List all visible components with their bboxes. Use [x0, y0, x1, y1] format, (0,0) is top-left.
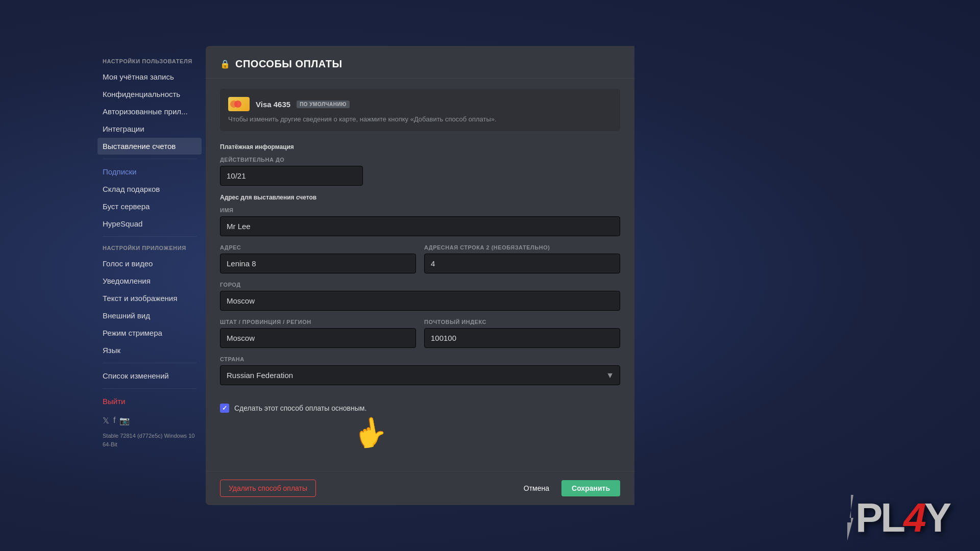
sidebar-social-links: 𝕏 f 📷 [97, 412, 202, 430]
state-field: ШТАТ / ПРОВИНЦИЯ / РЕГИОН [220, 319, 416, 348]
card-note: Чтобы изменить другие сведения о карте, … [228, 115, 612, 123]
user-settings-header: НАСТРОЙКИ ПОЛЬЗОВАТЕЛЯ [97, 54, 202, 66]
payment-card: Visa 4635 ПО УМОЛЧАНИЮ Чтобы изменить др… [220, 89, 620, 131]
sidebar-item-streamer-mode[interactable]: Режим стримера [97, 324, 202, 341]
city-input[interactable] [220, 291, 620, 311]
sidebar-divider-3 [103, 363, 197, 363]
sidebar-item-authorized-apps[interactable]: Авторизованные прил... [97, 103, 202, 120]
sidebar-item-gift-inventory[interactable]: Склад подарков [97, 181, 202, 197]
country-select[interactable]: Russian Federation [220, 365, 620, 385]
name-label: ИМЯ [220, 207, 620, 213]
address-label: АДРЕС [220, 244, 416, 251]
zip-input[interactable] [424, 328, 620, 348]
zip-field: ПОЧТОВЫЙ ИНДЕКС [424, 319, 620, 348]
sidebar-item-hypesquad[interactable]: HypeSquad [97, 215, 202, 232]
default-payment-checkbox[interactable]: ✓ [220, 404, 229, 413]
instagram-icon[interactable]: 📷 [119, 416, 130, 425]
app-version: Stable 72814 (d772e5c) Windows 10 64-Bit [97, 430, 202, 450]
form-footer: Удалить способ оплаты Отмена Сохранить [206, 471, 634, 505]
sidebar-item-privacy[interactable]: Конфиденциальность [97, 86, 202, 103]
country-field: СТРАНА Russian Federation ▼ [220, 356, 620, 385]
cancel-button[interactable]: Отмена [518, 480, 555, 496]
address2-input[interactable] [424, 254, 620, 273]
sidebar-item-changelog[interactable]: Список изменений [97, 367, 202, 384]
default-payment-checkbox-row: ✓ Сделать этот способ оплаты основным. [206, 404, 634, 413]
state-input[interactable] [220, 328, 416, 348]
sidebar-divider-2 [103, 236, 197, 237]
name-field: ИМЯ [220, 207, 620, 236]
name-input[interactable] [220, 216, 620, 236]
expiry-input[interactable] [220, 166, 363, 186]
sidebar-item-language[interactable]: Язык [97, 342, 202, 359]
address-field: АДРЕС [220, 244, 416, 273]
sidebar: НАСТРОЙКИ ПОЛЬЗОВАТЕЛЯ Моя учётная запис… [93, 46, 206, 505]
sidebar-item-billing[interactable]: Выставление счетов [97, 138, 202, 155]
checkbox-label: Сделать этот способ оплаты основным. [234, 404, 366, 412]
billing-form: Платёжная информация ДЕЙСТВИТЕЛЬНА ДО Ад… [206, 141, 634, 404]
app-settings-header: НАСТРОЙКИ ПРИЛОЖЕНИЯ [97, 241, 202, 253]
country-label: СТРАНА [220, 356, 620, 362]
footer-right-actions: Отмена Сохранить [518, 480, 620, 496]
sidebar-item-text-images[interactable]: Текст и изображения [97, 290, 202, 307]
play-logo: PL4Y [847, 495, 949, 541]
billing-address-title: Адрес для выставления счетов [220, 194, 620, 201]
address2-field: АДРЕСНАЯ СТРОКА 2 (НЕОБЯЗАТЕЛЬНО) [424, 244, 620, 273]
twitter-icon[interactable]: 𝕏 [103, 416, 109, 425]
sidebar-item-my-account[interactable]: Моя учётная запись [97, 68, 202, 85]
payment-info-title: Платёжная информация [220, 143, 620, 151]
state-zip-row: ШТАТ / ПРОВИНЦИЯ / РЕГИОН ПОЧТОВЫЙ ИНДЕК… [220, 319, 620, 356]
sidebar-divider-1 [103, 159, 197, 159]
address-input[interactable] [220, 254, 416, 273]
city-field: ГОРОД [220, 282, 620, 311]
sidebar-item-server-boost[interactable]: Буст сервера [97, 198, 202, 215]
save-button[interactable]: Сохранить [561, 480, 620, 496]
checkmark-icon: ✓ [222, 405, 227, 412]
sidebar-item-appearance[interactable]: Внешний вид [97, 307, 202, 324]
default-badge: ПО УМОЛЧАНИЮ [297, 101, 350, 108]
visa-card-icon [228, 97, 250, 111]
sidebar-divider-4 [103, 388, 197, 389]
card-header: Visa 4635 ПО УМОЛЧАНИЮ [228, 97, 612, 111]
expiry-field: ДЕЙСТВИТЕЛЬНА ДО [220, 157, 620, 186]
lock-icon: 🔒 [220, 59, 230, 69]
sidebar-item-subscriptions[interactable]: Подписки [97, 163, 202, 180]
city-label: ГОРОД [220, 282, 620, 288]
address-row: АДРЕС АДРЕСНАЯ СТРОКА 2 (НЕОБЯЗАТЕЛЬНО) [220, 244, 620, 282]
country-select-wrapper: Russian Federation ▼ [220, 365, 620, 385]
sidebar-item-voice-video[interactable]: Голос и видео [97, 255, 202, 272]
sidebar-item-notifications[interactable]: Уведомления [97, 272, 202, 289]
address2-label: АДРЕСНАЯ СТРОКА 2 (НЕОБЯЗАТЕЛЬНО) [424, 244, 620, 251]
delete-payment-button[interactable]: Удалить способ оплаты [220, 480, 316, 497]
main-panel: 🔒 СПОСОБЫ ОПЛАТЫ ✕ ESC Visa 4635 ПО УМОЛ… [206, 46, 634, 505]
panel-header: 🔒 СПОСОБЫ ОПЛАТЫ [206, 46, 634, 79]
facebook-icon[interactable]: f [113, 416, 115, 425]
zip-label: ПОЧТОВЫЙ ИНДЕКС [424, 319, 620, 325]
expiry-label: ДЕЙСТВИТЕЛЬНА ДО [220, 157, 620, 163]
sidebar-item-integrations[interactable]: Интеграции [97, 120, 202, 137]
card-name: Visa 4635 [256, 100, 290, 109]
sidebar-item-logout[interactable]: Выйти [97, 393, 202, 410]
state-label: ШТАТ / ПРОВИНЦИЯ / РЕГИОН [220, 319, 416, 325]
panel-title: СПОСОБЫ ОПЛАТЫ [235, 58, 342, 70]
